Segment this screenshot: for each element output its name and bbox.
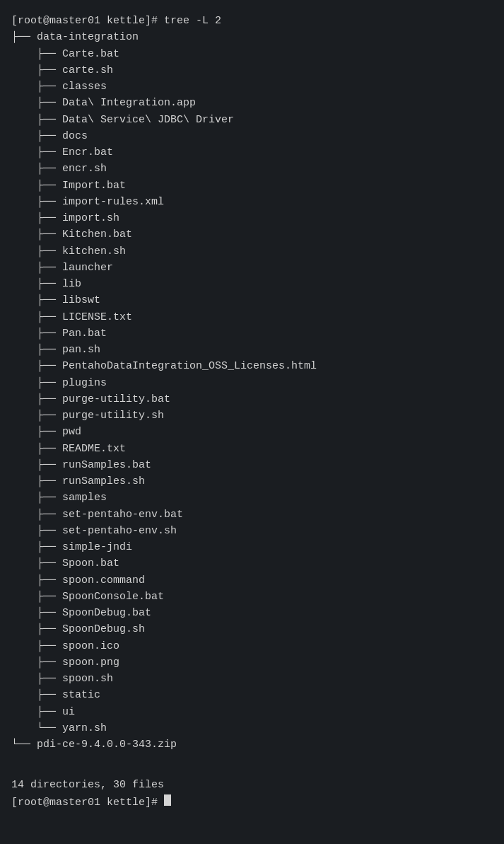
tree-item: ├── SpoonDebug.sh	[11, 621, 493, 637]
tree-item: ├── Pan.bat	[11, 325, 493, 342]
summary-line: 14 directories, 30 files	[11, 777, 493, 793]
tree-item-text: ├── spoon.ico	[11, 638, 119, 654]
tree-item-text: ├── launcher	[11, 260, 113, 276]
tree-item-text: ├── Carte.bat	[11, 46, 119, 62]
tree-item: ├── SpoonConsole.bat	[11, 589, 493, 605]
tree-item-text: ├── SpoonDebug.sh	[11, 621, 145, 637]
tree-item-text: ├── Encr.bat	[11, 144, 113, 161]
tree-root-text: ├── data-integration	[11, 29, 139, 45]
tree-item-text: ├── simple-jndi	[11, 539, 132, 555]
tree-item: ├── spoon.sh	[11, 671, 493, 687]
tree-item-text: ├── runSamples.bat	[11, 457, 151, 473]
tree-zip-item: └── pdi-ce-9.4.0.0-343.zip	[11, 736, 177, 753]
tree-zip-line: └── pdi-ce-9.4.0.0-343.zip	[11, 736, 493, 753]
tree-item-text: ├── PentahoDataIntegration_OSS_Licenses.…	[11, 358, 317, 374]
final-prompt-text: [root@master01 kettle]#	[11, 794, 164, 811]
tree-item-text: ├── static	[11, 687, 100, 703]
tree-item-text: ├── Data\ Service\ JDBC\ Driver	[11, 112, 234, 128]
tree-item-text: ├── libswt	[11, 292, 100, 308]
tree-item: ├── encr.sh	[11, 161, 493, 177]
tree-item: ├── purge-utility.sh	[11, 407, 493, 424]
tree-item: ├── runSamples.sh	[11, 473, 493, 490]
tree-item-text: ├── Import.bat	[11, 178, 126, 194]
cursor	[164, 794, 171, 806]
tree-item: ├── plugins	[11, 375, 493, 391]
tree-item: ├── docs	[11, 128, 493, 144]
tree-item-text: ├── Spoon.bat	[11, 555, 119, 572]
tree-item: ├── classes	[11, 79, 493, 95]
tree-item: ├── pwd	[11, 424, 493, 440]
terminal-window: [root@master01 kettle]# tree -L 2 ├── da…	[11, 13, 493, 811]
tree-item-text: ├── ui	[11, 704, 75, 720]
tree-item-text: ├── Pan.bat	[11, 325, 107, 342]
tree-items-container: ├── Carte.bat ├── carte.sh ├── classes ├…	[11, 46, 493, 737]
tree-item-text: ├── samples	[11, 490, 107, 506]
tree-item: ├── README.txt	[11, 441, 493, 457]
tree-item: ├── purge-utility.bat	[11, 391, 493, 407]
tree-item-text: ├── classes	[11, 79, 107, 95]
tree-item: ├── set-pentaho-env.sh	[11, 523, 493, 539]
tree-item-text: ├── LICENSE.txt	[11, 309, 132, 325]
empty-line	[11, 753, 493, 769]
tree-item: ├── spoon.command	[11, 572, 493, 589]
tree-item: ├── Carte.bat	[11, 46, 493, 62]
final-prompt-line: [root@master01 kettle]#	[11, 794, 493, 811]
tree-item-text: ├── Kitchen.bat	[11, 226, 132, 243]
tree-item-text: ├── set-pentaho-env.bat	[11, 507, 183, 523]
tree-item: ├── LICENSE.txt	[11, 309, 493, 325]
tree-item: ├── Kitchen.bat	[11, 226, 493, 243]
tree-item-text: ├── set-pentaho-env.sh	[11, 523, 177, 539]
tree-item: ├── Encr.bat	[11, 144, 493, 161]
tree-item-text: ├── import-rules.xml	[11, 194, 164, 210]
prompt: [root@master01 kettle]#	[11, 13, 164, 29]
tree-item-text: ├── pan.sh	[11, 342, 100, 358]
tree-item: └── yarn.sh	[11, 720, 493, 736]
tree-item-text: ├── lib	[11, 276, 81, 292]
tree-item: ├── carte.sh	[11, 62, 493, 79]
tree-item-text: ├── runSamples.sh	[11, 473, 145, 490]
tree-item: ├── pan.sh	[11, 342, 493, 358]
tree-root-line: ├── data-integration	[11, 29, 493, 45]
tree-item-text: ├── SpoonDebug.bat	[11, 605, 151, 621]
command-line: [root@master01 kettle]# tree -L 2	[11, 13, 493, 29]
tree-item: ├── lib	[11, 276, 493, 292]
tree-item-text: ├── kitchen.sh	[11, 243, 126, 260]
tree-item: ├── kitchen.sh	[11, 243, 493, 260]
tree-item: ├── simple-jndi	[11, 539, 493, 555]
tree-item-text: ├── spoon.command	[11, 572, 145, 589]
tree-item: ├── Import.bat	[11, 178, 493, 194]
tree-item: ├── static	[11, 687, 493, 703]
tree-item: ├── launcher	[11, 260, 493, 276]
tree-item: ├── Data\ Service\ JDBC\ Driver	[11, 112, 493, 128]
tree-item: ├── import.sh	[11, 210, 493, 226]
tree-item: ├── Data\ Integration.app	[11, 95, 493, 111]
tree-item: ├── ui	[11, 704, 493, 720]
tree-item-text: ├── spoon.sh	[11, 671, 113, 687]
tree-item-text: ├── carte.sh	[11, 62, 113, 79]
tree-item: ├── samples	[11, 490, 493, 506]
tree-item: ├── spoon.png	[11, 654, 493, 671]
tree-item-text: ├── README.txt	[11, 441, 126, 457]
tree-item-text: ├── pwd	[11, 424, 81, 440]
tree-item: ├── SpoonDebug.bat	[11, 605, 493, 621]
tree-item: ├── set-pentaho-env.bat	[11, 507, 493, 523]
tree-item-text: └── yarn.sh	[11, 720, 107, 736]
tree-item-text: ├── SpoonConsole.bat	[11, 589, 164, 605]
tree-item-text: ├── encr.sh	[11, 161, 107, 177]
tree-item: ├── spoon.ico	[11, 638, 493, 654]
tree-item-text: ├── spoon.png	[11, 654, 119, 671]
tree-item-text: ├── purge-utility.sh	[11, 407, 164, 424]
command-text: tree -L 2	[164, 13, 221, 29]
tree-item: ├── runSamples.bat	[11, 457, 493, 473]
tree-item-text: ├── Data\ Integration.app	[11, 95, 196, 111]
tree-item: ├── import-rules.xml	[11, 194, 493, 210]
tree-item-text: ├── plugins	[11, 375, 107, 391]
tree-item: ├── PentahoDataIntegration_OSS_Licenses.…	[11, 358, 493, 374]
tree-item-text: ├── import.sh	[11, 210, 119, 226]
tree-item-text: ├── docs	[11, 128, 88, 144]
tree-item: ├── libswt	[11, 292, 493, 308]
tree-item: ├── Spoon.bat	[11, 555, 493, 572]
tree-item-text: ├── purge-utility.bat	[11, 391, 170, 407]
